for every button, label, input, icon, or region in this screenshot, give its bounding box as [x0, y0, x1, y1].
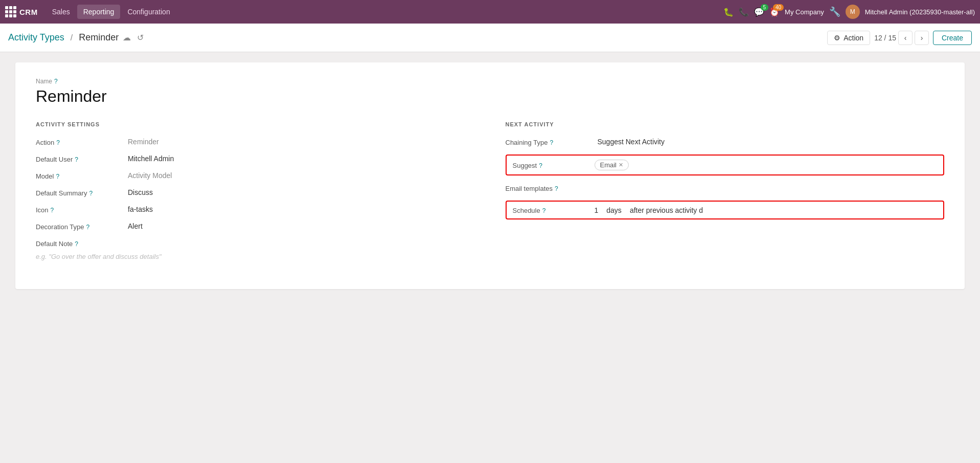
- schedule-row: 1 days after previous activity d: [595, 206, 938, 214]
- breadcrumb-current: Reminder: [79, 32, 119, 43]
- topnav-right: 🐛 📞 💬 5 ⏰ 40 My Company 🔧 M Mitchell Adm…: [723, 5, 975, 19]
- activity-settings-title: ACTIVITY SETTINGS: [36, 121, 475, 127]
- suggest-help-icon[interactable]: ?: [539, 162, 542, 169]
- phone-icon[interactable]: 📞: [739, 7, 749, 17]
- pagination: 12 / 15 ‹ ›: [874, 31, 929, 45]
- top-navigation: CRM Sales Reporting Configuration 🐛 📞 💬 …: [0, 0, 980, 24]
- default-summary-label: Default Summary ?: [36, 188, 128, 197]
- schedule-value: 1 days after previous activity d: [595, 206, 938, 214]
- username: Mitchell Admin (20235930-master-all): [865, 8, 975, 16]
- action-label: Action ?: [36, 138, 128, 146]
- default-note-field-row: Default Note ? e.g. "Go over the offer a…: [36, 239, 475, 260]
- default-note-label: Default Note ?: [36, 239, 78, 248]
- app-name: CRM: [19, 8, 38, 16]
- top-menu: Sales Reporting Configuration: [46, 5, 176, 19]
- action-field-row: Action ? Reminder: [36, 138, 475, 146]
- suggest-label: Suggest ?: [513, 161, 595, 169]
- record-name: Reminder: [36, 87, 944, 106]
- breadcrumb-right: ⚙ Action 12 / 15 ‹ › Create: [827, 31, 972, 45]
- pagination-text: 12 / 15: [874, 34, 896, 42]
- user-avatar[interactable]: M: [846, 5, 860, 19]
- name-help-icon[interactable]: ?: [54, 78, 58, 85]
- chat-badge: 5: [761, 4, 769, 11]
- default-user-field-row: Default User ? Mitchell Admin: [36, 155, 475, 163]
- default-note-help-icon[interactable]: ?: [75, 240, 78, 248]
- default-summary-value: Discuss: [128, 188, 475, 196]
- company-name: My Company: [785, 8, 824, 16]
- action-button[interactable]: ⚙ Action: [827, 31, 870, 45]
- default-user-label: Default User ?: [36, 155, 128, 163]
- chaining-type-value: Suggest Next Activity: [598, 138, 945, 146]
- suggest-tag-remove[interactable]: ✕: [619, 162, 623, 168]
- decoration-type-value: Alert: [128, 222, 475, 230]
- chaining-type-help-icon[interactable]: ?: [550, 139, 553, 146]
- activity-icon[interactable]: ⏰ 40: [769, 7, 780, 17]
- next-activity-section: NEXT ACTIVITY Chaining Type ? Suggest Ne…: [506, 121, 945, 269]
- menu-reporting[interactable]: Reporting: [77, 5, 121, 19]
- cloud-save-icon[interactable]: ☁: [123, 33, 131, 42]
- action-button-label: Action: [844, 34, 863, 42]
- breadcrumb-bar: Activity Types / Reminder ☁ ↺ ⚙ Action 1…: [0, 24, 980, 52]
- email-templates-help-icon[interactable]: ?: [555, 185, 558, 192]
- model-help-icon[interactable]: ?: [56, 173, 59, 180]
- chat-icon[interactable]: 💬 5: [754, 7, 764, 17]
- name-label: Name: [36, 78, 52, 85]
- gear-icon: ⚙: [834, 34, 840, 42]
- icon-field-row: Icon ? fa-tasks: [36, 205, 475, 214]
- default-note-placeholder[interactable]: e.g. "Go over the offer and discuss deta…: [36, 253, 162, 260]
- form-card: Name ? Reminder ACTIVITY SETTINGS Action…: [15, 62, 965, 289]
- tools-icon[interactable]: 🔧: [829, 6, 840, 17]
- suggest-tag-label: Email: [600, 161, 617, 169]
- menu-configuration[interactable]: Configuration: [121, 5, 176, 19]
- icon-value: fa-tasks: [128, 205, 475, 213]
- activity-settings-section: ACTIVITY SETTINGS Action ? Reminder Defa…: [36, 121, 475, 269]
- default-summary-field-row: Default Summary ? Discuss: [36, 188, 475, 197]
- schedule-num[interactable]: 1: [595, 206, 599, 214]
- breadcrumb-left: Activity Types / Reminder ☁ ↺: [8, 32, 827, 43]
- model-field-row: Model ? Activity Model: [36, 171, 475, 180]
- breadcrumb-separator: /: [71, 33, 73, 42]
- schedule-label: Schedule ?: [513, 206, 595, 214]
- chaining-type-label: Chaining Type ?: [506, 138, 598, 146]
- decoration-type-help-icon[interactable]: ?: [86, 224, 89, 231]
- chaining-type-field-row: Chaining Type ? Suggest Next Activity: [506, 138, 945, 146]
- default-summary-help-icon[interactable]: ?: [89, 190, 93, 197]
- schedule-highlight-box: Schedule ? 1 days after previous activit…: [506, 201, 945, 219]
- email-templates-field-row: Email templates ?: [506, 184, 945, 192]
- refresh-icon[interactable]: ↺: [137, 33, 144, 42]
- email-templates-label: Email templates ?: [506, 184, 598, 192]
- form-sections: ACTIVITY SETTINGS Action ? Reminder Defa…: [36, 121, 944, 269]
- next-page-button[interactable]: ›: [915, 31, 929, 45]
- bug-icon[interactable]: 🐛: [723, 7, 734, 17]
- main-content: Name ? Reminder ACTIVITY SETTINGS Action…: [0, 52, 980, 463]
- menu-sales[interactable]: Sales: [46, 5, 76, 19]
- decoration-type-field-row: Decoration Type ? Alert: [36, 222, 475, 231]
- model-label: Model ?: [36, 171, 128, 180]
- action-value: Reminder: [128, 138, 475, 146]
- suggest-email-tag: Email ✕: [595, 160, 629, 170]
- activity-badge: 40: [773, 4, 784, 11]
- next-activity-title: NEXT ACTIVITY: [506, 121, 945, 127]
- icon-label: Icon ?: [36, 205, 128, 214]
- model-value: Activity Model: [128, 171, 475, 180]
- default-user-help-icon[interactable]: ?: [75, 156, 78, 163]
- default-user-value: Mitchell Admin: [128, 155, 475, 163]
- app-logo[interactable]: CRM: [5, 6, 38, 17]
- action-help-icon[interactable]: ?: [56, 139, 60, 146]
- icon-help-icon[interactable]: ?: [51, 207, 54, 214]
- breadcrumb-parent[interactable]: Activity Types: [8, 32, 64, 43]
- decoration-type-label: Decoration Type ?: [36, 222, 128, 231]
- grid-icon: [5, 6, 16, 17]
- suggest-value: Email ✕: [595, 160, 938, 170]
- schedule-after: after previous activity d: [630, 206, 703, 214]
- prev-page-button[interactable]: ‹: [898, 31, 913, 45]
- create-button[interactable]: Create: [933, 31, 972, 45]
- suggest-highlight-box: Suggest ? Email ✕: [506, 155, 945, 175]
- name-label-row: Name ?: [36, 78, 944, 85]
- schedule-unit: days: [606, 206, 622, 214]
- schedule-help-icon[interactable]: ?: [542, 207, 546, 214]
